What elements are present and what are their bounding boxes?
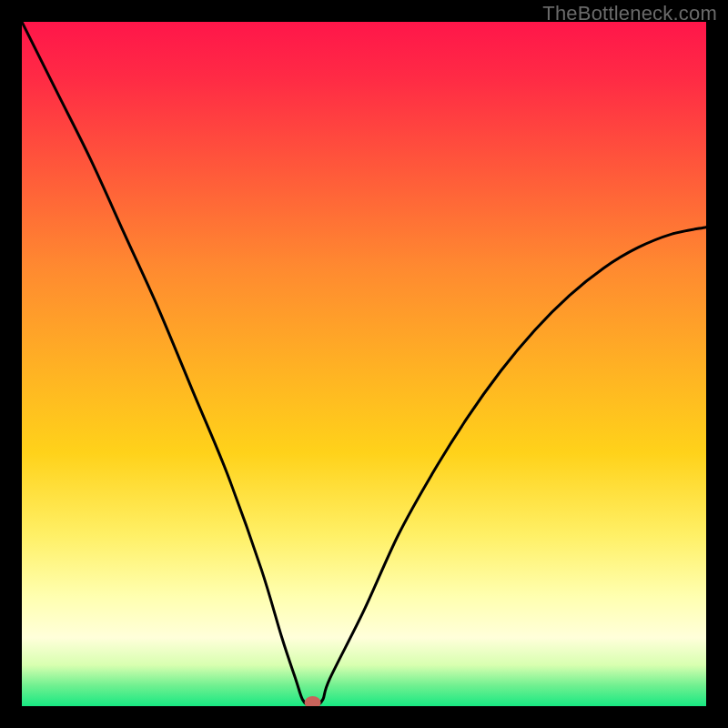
- bottleneck-curve: [22, 22, 706, 706]
- chart-frame: TheBottleneck.com: [0, 0, 728, 728]
- curve-layer: [22, 22, 706, 706]
- optimal-point-marker: [305, 696, 321, 706]
- plot-area: [22, 22, 706, 706]
